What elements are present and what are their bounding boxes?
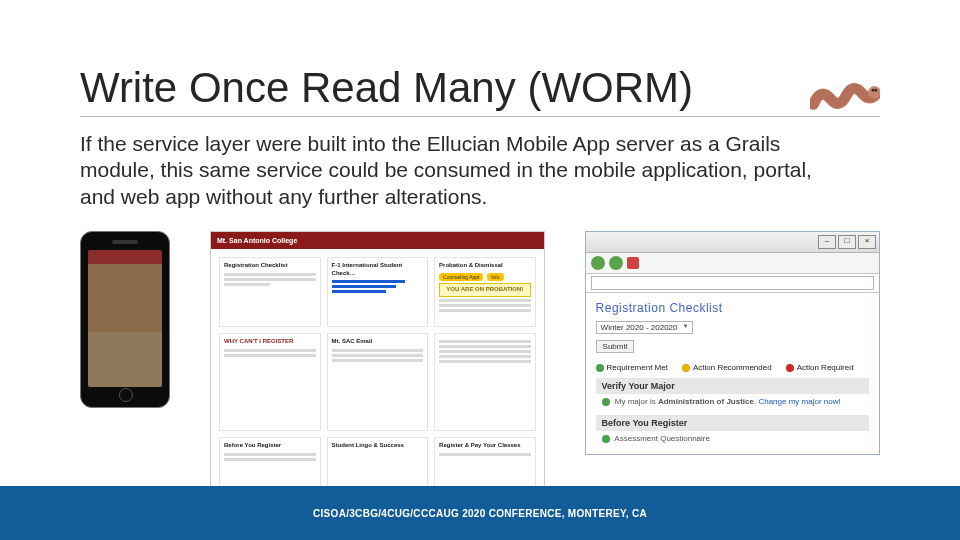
portal-card-international: F-1 International Student Check… <box>327 257 429 327</box>
dot-green-icon <box>596 364 604 372</box>
dot-red-icon <box>786 364 794 372</box>
portal-card-side <box>434 333 536 431</box>
section-verify-major: Verify Your Major <box>596 378 869 394</box>
portal-card-why: WHY CAN'T I REGISTER <box>219 333 321 431</box>
webapp-mock: – □ × Registration Checklist Winter 2020… <box>585 231 880 455</box>
examples-row: Mt. San Antonio College Registration Che… <box>80 231 880 525</box>
footer-bar: CISOA/3CBG/4CUG/CCCAUG 2020 CONFERENCE, … <box>0 486 960 540</box>
window-close-icon: × <box>858 235 876 249</box>
nav-stop-icon <box>627 257 639 269</box>
worm-icon <box>810 72 880 112</box>
browser-toolbar <box>586 253 879 274</box>
phone-home-button <box>119 388 133 402</box>
phone-screen <box>88 250 162 387</box>
mobile-app-mock <box>80 231 170 408</box>
status-legend: Requirement Met Action Recommended Actio… <box>596 363 869 372</box>
portal-mock: Mt. San Antonio College Registration Che… <box>210 231 545 525</box>
section-before-register: Before You Register <box>596 415 869 431</box>
before-register-line: Assessment Questionnaire <box>596 431 869 446</box>
address-bar <box>586 274 879 293</box>
phone-speaker <box>112 240 138 244</box>
dot-green-icon <box>602 398 610 406</box>
submit-button-mock: Submit <box>596 340 635 353</box>
svg-point-2 <box>872 89 875 92</box>
portal-header: Mt. San Antonio College <box>211 232 544 249</box>
slide-title: Write Once Read Many (WORM) <box>80 64 810 112</box>
webapp-heading: Registration Checklist <box>596 301 869 315</box>
dot-yellow-icon <box>682 364 690 372</box>
nav-forward-icon <box>609 256 623 270</box>
title-row: Write Once Read Many (WORM) <box>80 64 880 117</box>
window-minimize-icon: – <box>818 235 836 249</box>
footer-text: CISOA/3CBG/4CUG/CCCAUG 2020 CONFERENCE, … <box>313 508 647 519</box>
body-paragraph: If the service layer were built into the… <box>80 131 840 210</box>
window-maximize-icon: □ <box>838 235 856 249</box>
portal-card-email: Mt. SAC Email <box>327 333 429 431</box>
window-titlebar: – □ × <box>586 232 879 253</box>
dot-green-icon <box>602 435 610 443</box>
portal-card-probation: Probation & Dismissal Counseling Appt In… <box>434 257 536 327</box>
term-select: Winter 2020 - 202020 <box>596 321 693 334</box>
svg-point-1 <box>874 89 877 92</box>
nav-back-icon <box>591 256 605 270</box>
portal-card-registration: Registration Checklist <box>219 257 321 327</box>
verify-major-line: My major is Administration of Justice. C… <box>596 394 869 409</box>
change-major-link-mock: Change my major now! <box>758 397 840 406</box>
